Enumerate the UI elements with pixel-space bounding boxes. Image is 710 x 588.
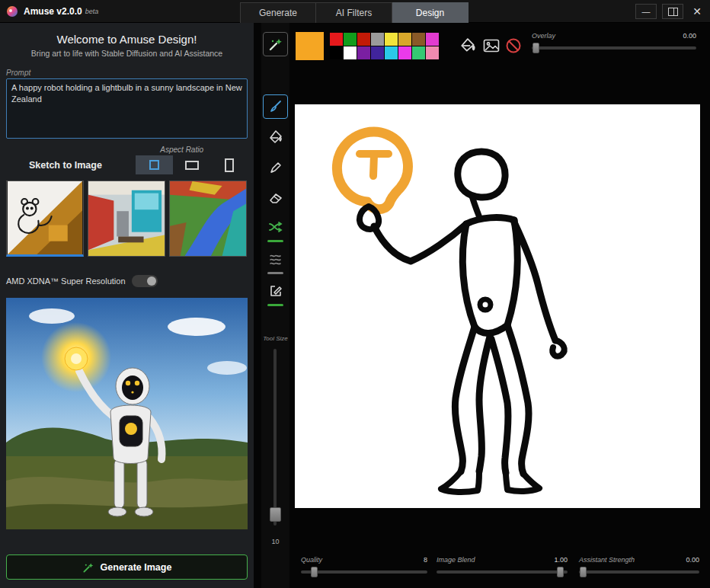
palette-swatch[interactable] [371, 33, 384, 46]
image-blend-slider-track[interactable] [437, 570, 568, 574]
tab-design[interactable]: Design [392, 2, 469, 23]
edit-tool-button[interactable] [263, 279, 288, 303]
generate-image-button[interactable]: Generate Image [6, 554, 248, 580]
eraser-icon [268, 190, 283, 206]
palette-swatch[interactable] [344, 46, 357, 59]
palette-swatch[interactable] [412, 46, 425, 59]
image-blend-slider-handle[interactable] [557, 567, 564, 577]
palette-swatch[interactable] [330, 33, 343, 46]
marker-tool-button[interactable] [263, 155, 288, 180]
color-palette-row1 [330, 33, 439, 46]
tab-ai-filters[interactable]: AI Filters [316, 2, 392, 23]
palette-swatch[interactable] [426, 33, 439, 46]
overlay-slider-track[interactable] [532, 46, 696, 50]
quality-label: Quality [301, 556, 322, 564]
image-blend-slider-group: Image Blend 1.00 [437, 556, 568, 574]
palette-swatch[interactable] [371, 46, 384, 59]
eraser-tool-button[interactable] [263, 186, 288, 210]
marker-icon [268, 160, 283, 175]
palette-swatch[interactable] [330, 46, 343, 59]
palette-swatch[interactable] [398, 46, 411, 59]
paint-bucket-icon [268, 129, 283, 145]
tool-size-value: 10 [261, 538, 289, 545]
overlay-slider-handle[interactable] [532, 43, 539, 53]
scribble-tool-button[interactable] [263, 247, 288, 271]
scribble-icon [268, 251, 283, 267]
robot-preview-image [6, 298, 248, 529]
landscape-ratio-icon [185, 161, 199, 170]
palette-swatch[interactable] [385, 33, 398, 46]
palette-swatch[interactable] [426, 46, 439, 59]
sketch-thumbnail-landscape[interactable] [169, 181, 247, 257]
assistant-strength-label: Assistant Strength [579, 556, 635, 564]
prompt-label: Prompt [6, 69, 248, 77]
overlay-slider-group: Overlay 0.00 [532, 32, 696, 50]
close-button[interactable]: ✕ [689, 4, 705, 19]
sketch-assist-tool-button[interactable] [263, 32, 288, 56]
sketch-thumbnail-mouse[interactable] [6, 181, 84, 257]
tab-generate[interactable]: Generate [240, 2, 316, 23]
canvas-area: Overlay 0.00 [289, 23, 710, 588]
minimize-button[interactable]: — [635, 4, 657, 19]
fill-drip-button[interactable] [460, 37, 477, 54]
palette-swatch[interactable] [398, 33, 411, 46]
assistant-strength-slider-handle[interactable] [580, 567, 587, 577]
aspect-portrait-button[interactable] [210, 155, 248, 174]
sketch-thumbnail-interior[interactable] [88, 181, 165, 257]
image-blend-value: 1.00 [554, 556, 568, 564]
maximize-icon [668, 8, 678, 16]
sketch-to-image-label: Sketch to Image [6, 160, 102, 171]
paint-bucket-tool-button[interactable] [263, 125, 288, 149]
palette-swatch[interactable] [357, 33, 370, 46]
insert-image-button[interactable] [483, 37, 500, 54]
palette-swatch[interactable] [344, 33, 357, 46]
drawing-canvas[interactable] [295, 104, 700, 508]
brush-tool-button[interactable] [263, 94, 288, 119]
main-tabs: Generate AI Filters Design [240, 2, 469, 23]
welcome-subtitle: Bring art to life with Stable Diffusion … [0, 49, 254, 58]
maximize-button[interactable] [662, 4, 683, 19]
aspect-ratio-buttons [136, 155, 248, 174]
super-resolution-toggle[interactable] [132, 275, 158, 287]
quality-slider-track[interactable] [301, 570, 427, 574]
prompt-input[interactable]: A happy robot holding a lightbulb in a s… [6, 78, 248, 139]
palette-swatch[interactable] [385, 46, 398, 59]
palette-swatch[interactable] [357, 46, 370, 59]
quality-slider-handle[interactable] [311, 567, 318, 577]
welcome-title: Welcome to Amuse Design! [0, 33, 254, 46]
app-logo-icon [6, 5, 18, 18]
generate-button-label: Generate Image [101, 562, 172, 573]
minimize-icon: — [642, 7, 651, 16]
fill-drip-icon [460, 37, 477, 54]
window-controls: — ✕ [635, 4, 705, 19]
titlebar: Amuse v2.0.0 beta Generate AI Filters De… [0, 0, 710, 23]
current-color-swatch[interactable] [296, 32, 324, 60]
landscape-sketch-image [170, 181, 246, 256]
beta-badge: beta [85, 8, 99, 15]
assistant-strength-slider-group: Assistant Strength 0.00 [579, 556, 699, 574]
shuffle-enabled-indicator [267, 240, 283, 242]
scribble-disabled-indicator [267, 272, 283, 274]
quality-value: 8 [424, 556, 427, 564]
palette-swatch[interactable] [412, 33, 425, 46]
assistant-strength-slider-track[interactable] [579, 570, 699, 574]
close-icon: ✕ [692, 5, 702, 18]
image-icon [483, 37, 500, 54]
overlay-label: Overlay [532, 32, 555, 40]
aspect-ratio-label: Aspect Ratio [6, 145, 248, 154]
portrait-ratio-icon [225, 158, 234, 172]
shuffle-tool-button[interactable] [263, 215, 288, 239]
tool-size-label: Tool Size [261, 335, 289, 342]
overlay-value: 0.00 [683, 32, 696, 40]
brush-icon [268, 99, 283, 114]
drawing-tool-panel: Tool Size 10 [261, 23, 289, 588]
quality-slider-group: Quality 8 [301, 556, 427, 574]
clear-canvas-button[interactable] [505, 37, 522, 54]
sketch-style-thumbnails [6, 181, 248, 257]
aspect-square-button[interactable] [136, 155, 173, 174]
aspect-landscape-button[interactable] [173, 155, 210, 174]
toggle-knob [147, 276, 156, 286]
sketch-assist-icon [268, 37, 283, 52]
tool-size-slider-track[interactable] [273, 349, 277, 526]
tool-size-slider-handle[interactable] [270, 507, 281, 522]
